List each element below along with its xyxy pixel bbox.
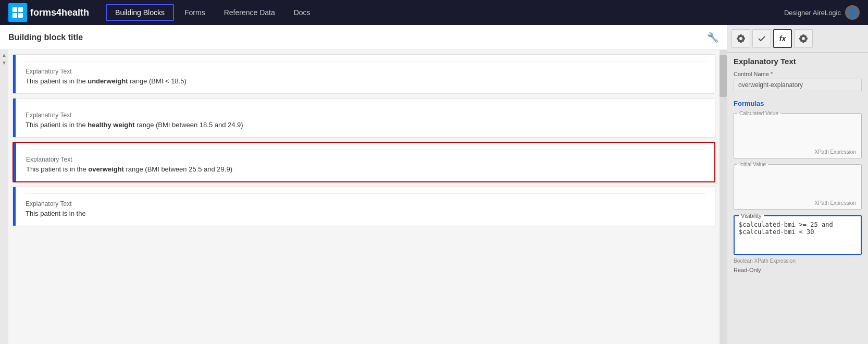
formulas-label: Formulas xyxy=(734,100,862,107)
scroll-up-icon[interactable]: ▲ xyxy=(2,52,7,58)
calculated-value-fieldset: Calculated Value XPath Expression xyxy=(734,110,862,158)
right-panel: fx Explanatory Text Control Name * Formu… xyxy=(727,25,868,344)
block-accent xyxy=(13,187,16,226)
wrench-icon[interactable]: 🔧 xyxy=(707,32,718,43)
block-underweight[interactable]: Explanatory Text This patient is in the … xyxy=(13,54,715,94)
panel-header: Building block title 🔧 xyxy=(0,25,727,50)
control-name-input[interactable] xyxy=(734,79,862,91)
nav-items: Building Blocks Forms Reference Data Doc… xyxy=(106,4,780,21)
xpath-expression-label: XPath Expression xyxy=(737,149,858,155)
form-blocks: Explanatory Text This patient is in the … xyxy=(8,50,720,344)
nav-item-building-blocks[interactable]: Building Blocks xyxy=(106,4,174,21)
block-label: Explanatory Text xyxy=(26,112,706,119)
boolean-xpath-label: Boolean XPath Expression xyxy=(734,258,862,264)
initial-value-fieldset: Initial Value XPath Expression xyxy=(734,162,862,210)
block-text: This patient is in the xyxy=(26,210,706,217)
block-label: Explanatory Text xyxy=(26,68,706,75)
control-name-label: Control Name * xyxy=(734,71,862,77)
section-title: Explanatory Text xyxy=(734,57,862,66)
visibility-fieldset: Visibility $calculated-bmi >= 25 and $ca… xyxy=(734,213,862,255)
block-partial[interactable]: Explanatory Text This patient is in the xyxy=(13,187,715,226)
block-text: This patient is in the underweight range… xyxy=(26,77,706,85)
logo-text: forms4health xyxy=(30,7,89,18)
initial-xpath-label: XPath Expression xyxy=(737,200,858,206)
logo-icon xyxy=(8,3,27,22)
config-button[interactable] xyxy=(794,29,813,48)
block-text: This patient is in the overweight range … xyxy=(26,165,706,173)
readonly-label: Read-Only xyxy=(734,267,862,273)
scrollbar-thumb xyxy=(720,55,727,97)
calculated-value-textarea[interactable] xyxy=(737,116,858,148)
initial-value-legend: Initial Value xyxy=(737,162,768,167)
block-text: This patient is in the healthy weight ra… xyxy=(26,121,706,129)
logo[interactable]: forms4health xyxy=(8,3,89,22)
visibility-legend: Visibility xyxy=(739,213,764,219)
block-overweight[interactable]: Explanatory Text This patient is in the … xyxy=(13,142,715,182)
svg-rect-3 xyxy=(18,13,23,18)
block-healthy[interactable]: Explanatory Text This patient is in the … xyxy=(13,98,715,138)
fx-label: fx xyxy=(779,34,786,43)
block-accent xyxy=(13,99,16,137)
svg-rect-1 xyxy=(18,7,23,12)
calculated-value-legend: Calculated Value xyxy=(737,110,780,116)
block-label: Explanatory Text xyxy=(26,156,706,163)
initial-value-textarea[interactable] xyxy=(737,167,858,199)
nav-item-docs[interactable]: Docs xyxy=(286,5,319,20)
scroll-down-icon[interactable]: ▼ xyxy=(2,60,7,66)
formula-button[interactable]: fx xyxy=(773,29,792,48)
svg-rect-2 xyxy=(13,13,17,18)
settings-button[interactable] xyxy=(731,29,750,48)
nav-item-reference-data[interactable]: Reference Data xyxy=(216,5,283,20)
left-panel: Building block title 🔧 ▲ ▼ Explanatory T… xyxy=(0,25,727,344)
left-scroll-indicator: ▲ ▼ xyxy=(0,50,8,344)
top-navigation: forms4health Building Blocks Forms Refer… xyxy=(0,0,868,25)
avatar: 👤 xyxy=(845,5,860,20)
visibility-textarea[interactable]: $calculated-bmi >= 25 and $calculated-bm… xyxy=(739,221,857,248)
page-title: Building block title xyxy=(8,33,83,42)
svg-rect-0 xyxy=(13,7,17,12)
main-layout: Building block title 🔧 ▲ ▼ Explanatory T… xyxy=(0,25,868,344)
left-panel-scrollbar[interactable] xyxy=(720,50,727,344)
right-toolbar: fx xyxy=(727,25,868,53)
nav-user[interactable]: Designer AireLogic 👤 xyxy=(784,5,860,20)
right-panel-content: Explanatory Text Control Name * Formulas… xyxy=(727,53,868,344)
block-label: Explanatory Text xyxy=(26,200,706,207)
block-accent xyxy=(13,55,16,93)
nav-item-forms[interactable]: Forms xyxy=(176,5,214,20)
check-button[interactable] xyxy=(752,29,771,48)
block-accent xyxy=(14,143,16,181)
user-name: Designer AireLogic xyxy=(784,9,841,17)
